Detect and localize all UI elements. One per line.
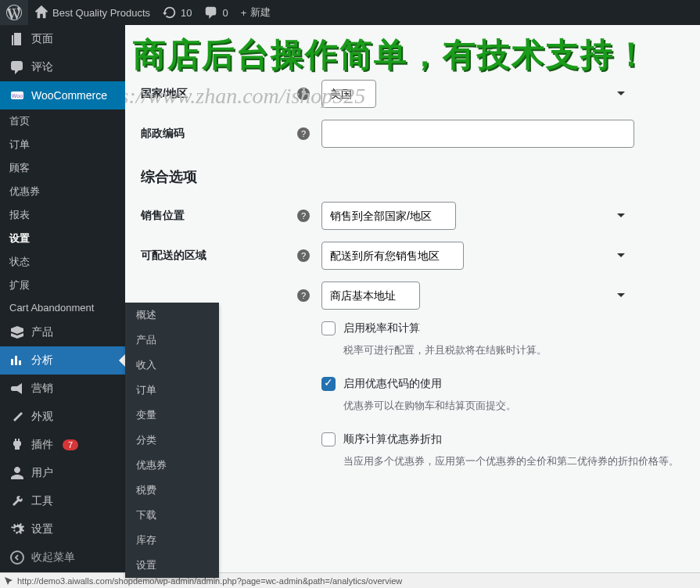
sidebar-item-tools[interactable]: 工具 bbox=[0, 487, 125, 515]
submenu-home[interactable]: 首页 bbox=[0, 109, 125, 133]
users-icon bbox=[9, 465, 25, 481]
submenu-coupons[interactable]: 优惠券 bbox=[0, 180, 125, 203]
help-icon[interactable]: ? bbox=[297, 249, 310, 262]
submenu-orders[interactable]: 订单 bbox=[0, 133, 125, 156]
enable-tax-checkbox[interactable] bbox=[321, 321, 336, 335]
enable-coupon-checkbox[interactable] bbox=[321, 377, 336, 391]
submenu-reports[interactable]: 报表 bbox=[0, 203, 125, 227]
sequential-description: 当应用多个优惠券，应用第一个优惠券的全价和第二优待券的折扣价格等。 bbox=[141, 454, 684, 468]
wordpress-icon bbox=[6, 5, 22, 20]
flyout-categories[interactable]: 分类 bbox=[125, 428, 219, 453]
sidebar-item-settings[interactable]: 设置 bbox=[0, 515, 125, 543]
flyout-downloads[interactable]: 下载 bbox=[125, 503, 219, 528]
sequential-coupon-label: 顺序计算优惠券折扣 bbox=[343, 432, 442, 446]
ship-location-label: 可配送的区域 bbox=[141, 249, 297, 263]
flyout-coupons[interactable]: 优惠券 bbox=[125, 453, 219, 478]
pages-icon bbox=[9, 31, 25, 47]
site-name: Best Quality Products bbox=[52, 7, 150, 19]
flyout-overview[interactable]: 概述 bbox=[125, 303, 219, 328]
settings-icon bbox=[9, 522, 25, 537]
svg-text:Woo: Woo bbox=[12, 93, 23, 99]
cursor-icon bbox=[4, 576, 13, 586]
sidebar-item-users[interactable]: 用户 bbox=[0, 459, 125, 487]
sidebar-item-products[interactable]: 产品 bbox=[0, 318, 125, 346]
analytics-icon bbox=[9, 353, 25, 368]
flyout-taxes[interactable]: 税费 bbox=[125, 478, 219, 503]
enable-tax-label: 启用税率和计算 bbox=[343, 321, 420, 335]
analytics-flyout-menu: 概述 产品 收入 订单 变量 分类 优惠券 税费 下载 库存 设置 bbox=[125, 303, 219, 578]
flyout-orders[interactable]: 订单 bbox=[125, 378, 219, 403]
woocommerce-icon: Woo bbox=[9, 88, 25, 103]
general-options-header: 综合选项 bbox=[141, 167, 684, 186]
watermark-url: https://www.zhan.com/ishop525 bbox=[125, 84, 365, 109]
promo-banner: 商店后台操作简单，有技术支持！ bbox=[133, 33, 649, 77]
admin-bar: Best Quality Products 10 0 + 新建 bbox=[0, 0, 700, 25]
sell-location-label: 销售位置 bbox=[141, 209, 297, 223]
ship-location-select[interactable]: 配送到所有您销售地区 bbox=[321, 242, 464, 270]
plugin-update-badge: 7 bbox=[63, 439, 78, 450]
flyout-variations[interactable]: 变量 bbox=[125, 403, 219, 428]
submenu-status[interactable]: 状态 bbox=[0, 250, 125, 274]
help-icon[interactable]: ? bbox=[297, 210, 310, 222]
appearance-icon bbox=[9, 409, 25, 425]
submenu-customers[interactable]: 顾客 bbox=[0, 156, 125, 180]
currency-header: 币种选项 bbox=[141, 488, 684, 507]
collapse-menu-button[interactable]: 收起菜单 bbox=[0, 543, 125, 572]
postal-label: 邮政编码 bbox=[141, 127, 297, 141]
collapse-icon bbox=[9, 550, 25, 565]
comments-count: 0 bbox=[222, 7, 228, 19]
flyout-products[interactable]: 产品 bbox=[125, 328, 219, 353]
products-icon bbox=[9, 324, 25, 340]
plugins-icon bbox=[9, 437, 25, 453]
sequential-coupon-checkbox[interactable] bbox=[321, 432, 336, 446]
new-content-link[interactable]: + 新建 bbox=[235, 0, 278, 25]
home-icon bbox=[34, 5, 48, 20]
sidebar-item-plugins[interactable]: 插件 7 bbox=[0, 431, 125, 459]
comment-icon bbox=[204, 5, 218, 20]
coupon-description: 优惠券可以在购物车和结算页面提交。 bbox=[141, 399, 684, 413]
comments-link[interactable]: 0 bbox=[198, 0, 234, 25]
sidebar-item-pages[interactable]: 页面 bbox=[0, 25, 125, 53]
flyout-revenue[interactable]: 收入 bbox=[125, 353, 219, 378]
sidebar-item-woocommerce[interactable]: Woo WooCommerce bbox=[0, 81, 125, 109]
sidebar-item-comments[interactable]: 评论 bbox=[0, 53, 125, 81]
enable-coupon-label: 启用优惠代码的使用 bbox=[343, 377, 442, 391]
help-icon[interactable]: ? bbox=[297, 127, 310, 140]
postal-input[interactable] bbox=[321, 120, 634, 148]
plus-icon: + bbox=[241, 7, 247, 19]
sidebar-item-analytics[interactable]: 分析 bbox=[0, 346, 125, 375]
admin-sidebar: 页面 评论 Woo WooCommerce 首页 订单 顾客 优惠券 报表 设置… bbox=[0, 25, 125, 588]
marketing-icon bbox=[9, 381, 25, 396]
tools-icon bbox=[9, 493, 25, 509]
help-icon[interactable]: ? bbox=[297, 289, 310, 302]
sidebar-item-appearance[interactable]: 外观 bbox=[0, 403, 125, 431]
svg-point-2 bbox=[11, 551, 23, 564]
submenu-cart-abandonment[interactable]: Cart Abandonment bbox=[0, 297, 125, 318]
updates-link[interactable]: 10 bbox=[156, 0, 198, 25]
refresh-icon bbox=[163, 5, 177, 20]
site-home-link[interactable]: Best Quality Products bbox=[28, 0, 156, 25]
browser-status-bar: http://demo3.aiwalls.com/shopdemo/wp-adm… bbox=[0, 572, 700, 588]
new-label: 新建 bbox=[250, 5, 271, 20]
tax-description: 税率可进行配置，并且税款将在结账时计算。 bbox=[141, 343, 684, 357]
flyout-settings[interactable]: 设置 bbox=[125, 553, 219, 578]
submenu-settings[interactable]: 设置 bbox=[0, 227, 125, 250]
woocommerce-submenu: 首页 订单 顾客 优惠券 报表 设置 状态 扩展 Cart Abandonmen… bbox=[0, 109, 125, 318]
updates-count: 10 bbox=[181, 7, 192, 19]
wp-logo-button[interactable] bbox=[0, 0, 28, 25]
submenu-extensions[interactable]: 扩展 bbox=[0, 274, 125, 297]
sidebar-item-marketing[interactable]: 营销 bbox=[0, 375, 125, 403]
default-location-select[interactable]: 商店基本地址 bbox=[321, 281, 420, 310]
sell-location-select[interactable]: 销售到全部国家/地区 bbox=[321, 202, 456, 230]
flyout-stock[interactable]: 库存 bbox=[125, 528, 219, 553]
comments-icon bbox=[9, 59, 25, 75]
